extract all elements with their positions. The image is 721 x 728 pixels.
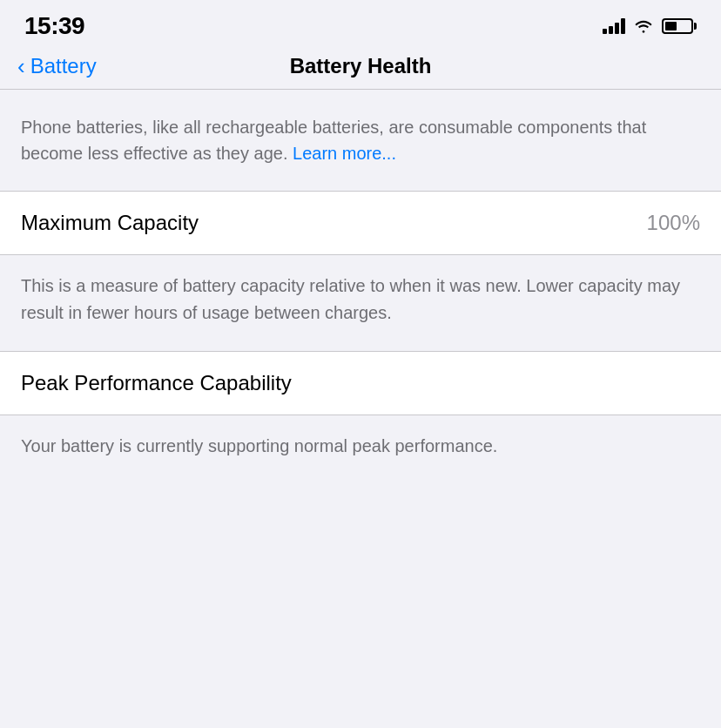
- back-label: Battery: [30, 54, 97, 78]
- peak-performance-row: Peak Performance Capability: [0, 352, 721, 415]
- capacity-description-section: This is a measure of battery capacity re…: [0, 255, 721, 352]
- signal-bar-3: [615, 23, 619, 34]
- signal-icon: [603, 18, 625, 34]
- signal-bar-2: [609, 26, 613, 34]
- signal-bar-4: [621, 18, 625, 34]
- capacity-description-text: This is a measure of battery capacity re…: [21, 273, 700, 327]
- status-bar: 15:39: [0, 0, 721, 47]
- maximum-capacity-value: 100%: [647, 211, 700, 235]
- page-title: Battery Health: [290, 54, 432, 78]
- info-section: Phone batteries, like all rechargeable b…: [0, 90, 721, 192]
- status-icons: [603, 18, 697, 34]
- info-text: Phone batteries, like all rechargeable b…: [21, 114, 700, 166]
- status-time: 15:39: [24, 12, 84, 40]
- peak-performance-section: Peak Performance Capability: [0, 352, 721, 415]
- nav-bar: ‹ Battery Battery Health: [0, 47, 721, 90]
- maximum-capacity-row: Maximum Capacity 100%: [0, 192, 721, 254]
- wifi-icon: [634, 19, 653, 33]
- battery-fill: [665, 22, 677, 30]
- battery-tip: [694, 23, 697, 30]
- peak-performance-label: Peak Performance Capability: [21, 371, 292, 394]
- back-button[interactable]: ‹ Battery: [17, 54, 97, 78]
- maximum-capacity-label: Maximum Capacity: [21, 211, 199, 235]
- back-chevron-icon: ‹: [17, 55, 25, 78]
- peak-description-text: Your battery is currently supporting nor…: [21, 433, 700, 460]
- signal-bar-1: [603, 29, 607, 34]
- peak-description-section: Your battery is currently supporting nor…: [0, 415, 721, 484]
- maximum-capacity-section: Maximum Capacity 100%: [0, 192, 721, 255]
- battery-icon: [662, 18, 697, 34]
- learn-more-link[interactable]: Learn more...: [293, 144, 396, 163]
- battery-body: [662, 18, 693, 34]
- content: Phone batteries, like all rechargeable b…: [0, 90, 721, 484]
